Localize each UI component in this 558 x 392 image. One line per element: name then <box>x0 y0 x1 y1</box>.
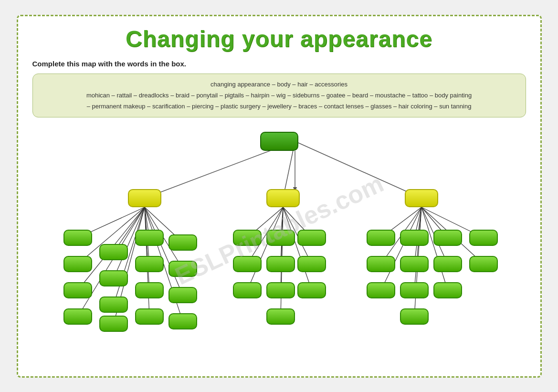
svg-line-28 <box>283 207 312 290</box>
leaf-cl9 <box>297 256 326 272</box>
leaf-ll4 <box>63 308 92 325</box>
leaf-ll16 <box>168 313 197 329</box>
word-box: changing appearance – body – hair – acce… <box>32 74 526 117</box>
leaf-ll12 <box>135 308 164 325</box>
leaf-cl3 <box>233 282 262 298</box>
leaf-rl9 <box>433 256 462 272</box>
leaf-rl8 <box>433 230 462 246</box>
svg-line-21 <box>247 207 283 290</box>
leaf-rl1 <box>367 230 395 246</box>
leaf-cl5 <box>266 256 295 272</box>
leaf-ll7 <box>99 297 128 313</box>
leaf-rl12 <box>469 256 498 272</box>
leaf-ll5 <box>99 244 128 260</box>
svg-line-38 <box>421 207 448 290</box>
leaf-ll14 <box>168 261 197 277</box>
leaf-ll11 <box>135 282 164 298</box>
leaf-rl3 <box>367 282 395 298</box>
leaf-cl4 <box>266 230 295 246</box>
page: Changing your appearance Complete this m… <box>17 15 542 378</box>
leaf-rl6 <box>400 282 429 298</box>
svg-line-13 <box>145 207 149 290</box>
leaf-ll6 <box>99 270 128 286</box>
instruction-text: Complete this map with the words in the … <box>32 60 526 68</box>
leaf-ll2 <box>63 256 92 272</box>
leaf-ll13 <box>168 234 197 251</box>
svg-line-34 <box>414 207 421 290</box>
leaf-ll15 <box>168 287 197 303</box>
leaf-cl2 <box>233 256 262 272</box>
leaf-cl10 <box>297 282 326 298</box>
leaf-rl7 <box>400 308 429 325</box>
leaf-cl7 <box>266 308 295 325</box>
leaf-ll8 <box>99 316 128 332</box>
node-mid-left <box>128 189 161 207</box>
svg-line-2 <box>295 141 421 198</box>
node-mid-center <box>266 189 300 207</box>
word-box-line1: changing appearance – body – hair – acce… <box>42 79 516 90</box>
leaf-ll9 <box>135 230 164 246</box>
word-box-line2: mohican – rattail – dreadlocks – braid –… <box>42 90 516 101</box>
page-title: Changing your appearance <box>32 26 526 52</box>
leaf-cl8 <box>297 230 326 246</box>
svg-line-24 <box>281 207 283 290</box>
leaf-rl4 <box>400 230 429 246</box>
leaf-cl6 <box>266 282 295 298</box>
leaf-ll3 <box>63 282 92 298</box>
leaf-ll1 <box>63 230 92 246</box>
leaf-cl1 <box>233 230 262 246</box>
node-root <box>260 132 298 151</box>
mind-map: ESLPrintables.com <box>32 127 526 332</box>
leaf-rl2 <box>367 256 395 272</box>
leaf-rl11 <box>469 230 498 246</box>
leaf-rl5 <box>400 256 429 272</box>
word-box-line3: – permanent makeup – scarification – pie… <box>42 101 516 112</box>
node-mid-right <box>405 189 438 207</box>
svg-line-31 <box>381 207 421 290</box>
leaf-ll10 <box>135 256 164 272</box>
leaf-rl10 <box>433 282 462 298</box>
